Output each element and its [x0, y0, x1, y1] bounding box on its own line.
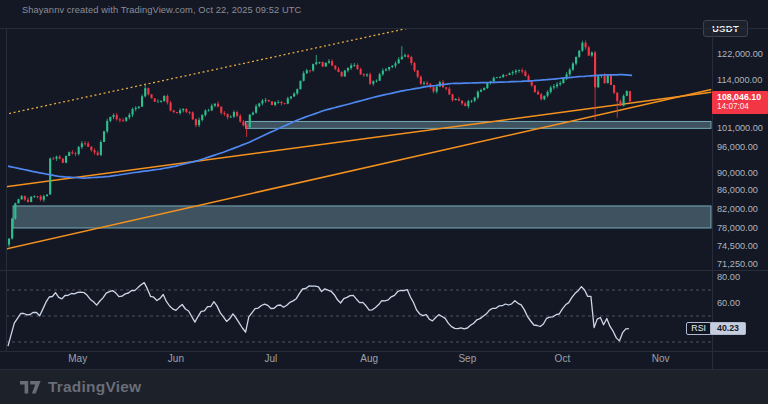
time-axis-label-Oct: Oct — [555, 353, 571, 364]
tradingview-logo-icon[interactable] — [20, 381, 41, 394]
rsi-label: RSI — [686, 322, 711, 335]
last-price-badge: 108,046.10 14:07:04 — [712, 91, 768, 113]
price-tick-label: 86,000.00 — [717, 185, 758, 195]
price-tick-label: 78,000.00 — [717, 223, 758, 233]
price-tick-label: 114,000.00 — [717, 75, 762, 85]
time-axis-label-Aug: Aug — [360, 353, 378, 364]
price-tick-label: 82,000.00 — [717, 204, 758, 214]
price-tick-label: 101,000.00 — [717, 123, 763, 133]
price-tick-label: 122,000.00 — [717, 49, 763, 59]
rsi-line — [8, 283, 629, 347]
price-tick-label: 96,000.00 — [717, 142, 758, 152]
rsi-tick-label: 80.00 — [717, 272, 740, 282]
price-chart-canvas[interactable]: MayJunJulAugSepOctNov — [0, 0, 768, 369]
price-tick-label: 74,500.00 — [717, 241, 758, 251]
price-tick-label: 71,250.00 — [717, 259, 758, 269]
time-axis-label-May: May — [68, 353, 87, 364]
bottom-brand-bar: TradingView — [0, 369, 768, 404]
support-zone — [13, 206, 711, 228]
rsi-pane — [6, 283, 712, 347]
rsi-value-badge: RSI 40.23 — [686, 322, 746, 335]
resistance-zone — [246, 121, 711, 128]
price-tick-label: 90,000.00 — [717, 168, 758, 178]
tradingview-logo-text[interactable]: TradingView — [48, 378, 141, 396]
price-axis[interactable]: 108,046.10 14:07:04 122,000.00114,000.00… — [712, 28, 768, 369]
rsi-value: 40.23 — [711, 322, 746, 335]
tradingview-chart-snapshot: Shayannv created with TradingView.com, O… — [0, 0, 768, 404]
main-pane — [0, 25, 711, 250]
time-axis-label-Jul: Jul — [265, 353, 278, 364]
time-axis-label-Sep: Sep — [458, 353, 476, 364]
rsi-tick-label: 60.00 — [717, 298, 740, 308]
time-axis-label-Nov: Nov — [652, 353, 670, 364]
last-price-value: 108,046.10 — [717, 93, 768, 102]
time-axis-label-Jun: Jun — [168, 353, 184, 364]
last-price-time: 14:07:04 — [717, 103, 768, 112]
secondary-trendline — [0, 92, 711, 187]
